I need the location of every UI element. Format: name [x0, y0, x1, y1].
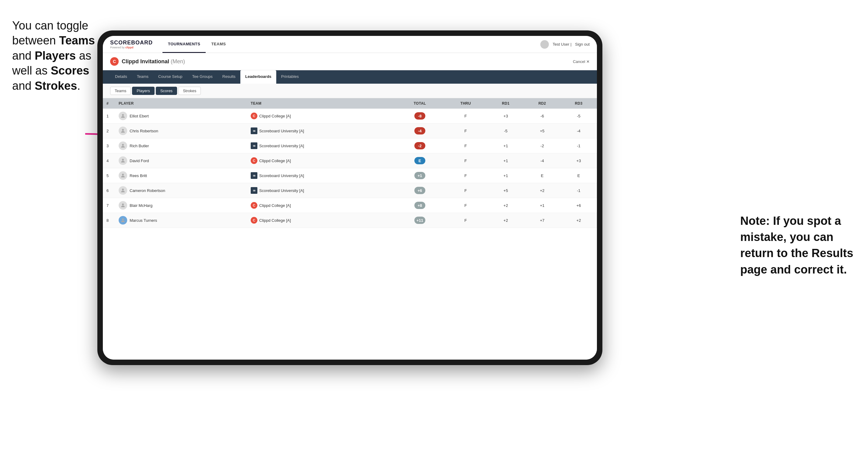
- cell-player: Blair McHarg: [115, 198, 247, 213]
- table-row: 8 Marcus Turners C Clippd College [A] +1…: [103, 213, 597, 228]
- cell-rank: 4: [103, 153, 115, 168]
- cell-team: C Clippd College [A]: [247, 108, 396, 124]
- cell-team: SB Scoreboard University [A]: [247, 168, 396, 183]
- tab-course-setup[interactable]: Course Setup: [153, 70, 187, 84]
- cell-total: -2: [396, 138, 444, 153]
- cell-player: Elliot Ebert: [115, 108, 247, 124]
- tournament-title: C Clippd Invitational (Men): [110, 57, 185, 66]
- cell-rd2: E: [524, 168, 560, 183]
- cell-rd1: +1: [487, 168, 524, 183]
- table-row: 6 Cameron Robertson SB Scoreboard Univer…: [103, 183, 597, 198]
- cell-rd2: +7: [524, 213, 560, 228]
- cell-player: Chris Robertson: [115, 124, 247, 138]
- cell-rd1: +3: [487, 108, 524, 124]
- svg-point-2: [122, 129, 124, 131]
- cell-rd1: +2: [487, 198, 524, 213]
- sub-tabs: Details Teams Course Setup Tee Groups Re…: [103, 70, 597, 84]
- left-annotation: You can toggle between Teams and Players…: [12, 18, 97, 93]
- cell-thru: F: [444, 198, 487, 213]
- cell-rd3: -5: [560, 108, 597, 124]
- cell-rd1: +5: [487, 183, 524, 198]
- cell-rank: 2: [103, 124, 115, 138]
- tab-tee-groups[interactable]: Tee Groups: [187, 70, 218, 84]
- cell-rd3: +6: [560, 198, 597, 213]
- cell-rank: 1: [103, 108, 115, 124]
- cell-rd3: -1: [560, 183, 597, 198]
- toggle-strokes[interactable]: Strokes: [178, 87, 201, 95]
- cell-rd2: -6: [524, 108, 560, 124]
- cell-player: Cameron Robertson: [115, 183, 247, 198]
- cell-thru: F: [444, 153, 487, 168]
- cancel-button[interactable]: Cancel ✕: [573, 59, 590, 64]
- cell-rank: 7: [103, 198, 115, 213]
- table-row: 3 Rich Butler SB Scoreboard University […: [103, 138, 597, 153]
- cell-rank: 5: [103, 168, 115, 183]
- table-row: 4 David Ford C Clippd College [A] E F +1…: [103, 153, 597, 168]
- tab-teams[interactable]: Teams: [132, 70, 153, 84]
- logo-subtitle: Powered by clippd: [110, 46, 153, 49]
- nav-link-tournaments[interactable]: TOURNAMENTS: [162, 36, 206, 53]
- tab-details[interactable]: Details: [110, 70, 132, 84]
- svg-point-1: [122, 114, 124, 116]
- col-rd3: RD3: [560, 98, 597, 108]
- cell-rd3: -1: [560, 138, 597, 153]
- tab-results[interactable]: Results: [218, 70, 240, 84]
- cell-team: SB Scoreboard University [A]: [247, 124, 396, 138]
- cell-rd3: E: [560, 168, 597, 183]
- cell-player: Marcus Turners: [115, 213, 247, 228]
- cell-total: +6: [396, 183, 444, 198]
- cell-rd2: -2: [524, 138, 560, 153]
- leaderboard-data-table: # PLAYER TEAM TOTAL THRU RD1 RD2 RD3 1 E…: [103, 98, 597, 228]
- col-rd2: RD2: [524, 98, 560, 108]
- cell-thru: F: [444, 168, 487, 183]
- cell-player: Rich Butler: [115, 138, 247, 153]
- svg-point-6: [122, 189, 124, 190]
- cell-rd1: +1: [487, 153, 524, 168]
- nav-link-teams[interactable]: TEAMS: [206, 36, 231, 53]
- sign-out-link[interactable]: Sign out: [575, 42, 590, 46]
- table-row: 2 Chris Robertson SB Scoreboard Universi…: [103, 124, 597, 138]
- cell-rd2: +5: [524, 124, 560, 138]
- cell-total: E: [396, 153, 444, 168]
- cell-thru: F: [444, 124, 487, 138]
- tab-leaderboards[interactable]: Leaderboards: [240, 70, 276, 84]
- table-row: 1 Elliot Ebert C Clippd College [A] -8 F…: [103, 108, 597, 124]
- cell-total: +11: [396, 213, 444, 228]
- col-player: PLAYER: [115, 98, 247, 108]
- cell-thru: F: [444, 138, 487, 153]
- tournament-logo: C: [110, 57, 119, 66]
- col-rd1: RD1: [487, 98, 524, 108]
- toggle-scores[interactable]: Scores: [156, 87, 177, 95]
- logo-title: SCOREBOARD: [110, 39, 153, 46]
- cell-rd1: -5: [487, 124, 524, 138]
- cell-player: David Ford: [115, 153, 247, 168]
- col-total: TOTAL: [396, 98, 444, 108]
- cell-team: C Clippd College [A]: [247, 198, 396, 213]
- table-header-row: # PLAYER TEAM TOTAL THRU RD1 RD2 RD3: [103, 98, 597, 108]
- toggle-bar: Teams Players Scores Strokes: [103, 84, 597, 98]
- svg-point-3: [122, 144, 124, 146]
- top-nav: SCOREBOARD Powered by clippd TOURNAMENTS…: [103, 36, 597, 53]
- cell-rd2: -4: [524, 153, 560, 168]
- leaderboard-table: # PLAYER TEAM TOTAL THRU RD1 RD2 RD3 1 E…: [103, 98, 597, 360]
- nav-links: TOURNAMENTS TEAMS: [162, 36, 540, 53]
- cell-rd3: +2: [560, 213, 597, 228]
- svg-point-5: [122, 174, 124, 176]
- svg-point-8: [122, 218, 124, 220]
- tournament-name: Clippd Invitational (Men): [122, 58, 185, 65]
- cell-total: -4: [396, 124, 444, 138]
- toggle-players[interactable]: Players: [132, 87, 154, 95]
- tablet-screen: SCOREBOARD Powered by clippd TOURNAMENTS…: [103, 36, 597, 360]
- scoreboard-logo: SCOREBOARD Powered by clippd: [110, 39, 153, 49]
- tab-printables[interactable]: Printables: [276, 70, 304, 84]
- svg-point-4: [122, 159, 124, 161]
- cell-player: Rees Britt: [115, 168, 247, 183]
- cell-total: -8: [396, 108, 444, 124]
- cell-rank: 3: [103, 138, 115, 153]
- right-annotation: Note: If you spot a mistake, you can ret…: [740, 213, 856, 278]
- user-avatar: [540, 40, 549, 49]
- toggle-teams[interactable]: Teams: [110, 87, 131, 95]
- tournament-header: C Clippd Invitational (Men) Cancel ✕: [103, 53, 597, 70]
- cell-rd2: +2: [524, 183, 560, 198]
- cell-team: C Clippd College [A]: [247, 213, 396, 228]
